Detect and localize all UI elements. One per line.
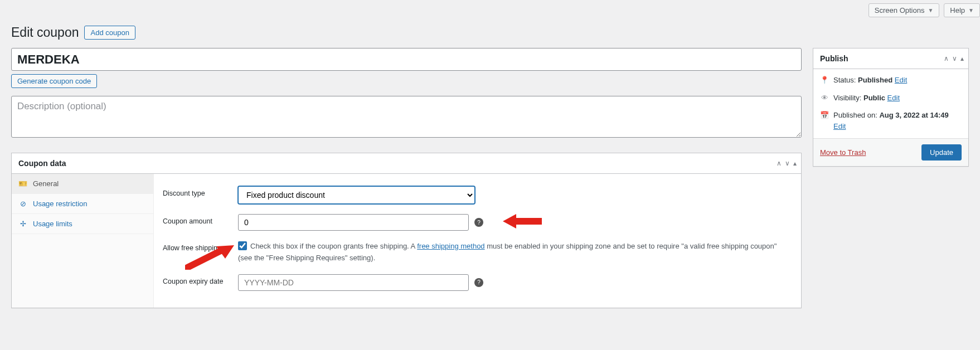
coupon-data-heading: Coupon data xyxy=(12,153,73,173)
chevron-down-icon: ▼ xyxy=(928,7,933,13)
panel-toggle-icon[interactable]: ▴ xyxy=(959,52,965,65)
visibility-edit-link[interactable]: Edit xyxy=(887,94,900,102)
expiry-date-label: Coupon expiry date xyxy=(163,274,238,285)
expiry-date-input[interactable] xyxy=(238,274,469,291)
free-shipping-label: Allow free shipping xyxy=(163,241,238,252)
panel-move-down-icon[interactable]: ∨ xyxy=(784,157,791,169)
panel-toggle-icon[interactable]: ▴ xyxy=(792,157,798,169)
help-label: Help xyxy=(950,6,965,14)
panel-move-up-icon[interactable]: ∧ xyxy=(943,52,950,65)
add-coupon-button[interactable]: Add coupon xyxy=(84,26,135,40)
tab-usage-limits-label: Usage limits xyxy=(33,220,72,228)
published-on-label: Published on: xyxy=(833,111,877,119)
help-icon[interactable]: ? xyxy=(474,278,483,287)
status-edit-link[interactable]: Edit xyxy=(895,76,907,84)
pin-icon: 📍 xyxy=(820,75,829,86)
tab-usage-restriction-label: Usage restriction xyxy=(33,200,88,208)
eye-icon: 👁 xyxy=(820,93,829,104)
chevron-down-icon: ▼ xyxy=(968,7,974,13)
tab-usage-limits[interactable]: ✢Usage limits xyxy=(12,214,153,234)
tab-general-label: General xyxy=(33,179,59,188)
help-icon[interactable]: ? xyxy=(474,218,483,227)
panel-move-up-icon[interactable]: ∧ xyxy=(775,157,783,169)
update-button[interactable]: Update xyxy=(921,144,962,161)
screen-options-label: Screen Options xyxy=(875,6,925,14)
tab-usage-restriction[interactable]: ⊘Usage restriction xyxy=(12,194,153,214)
published-on-edit-link[interactable]: Edit xyxy=(833,122,846,130)
page-title: Edit coupon xyxy=(11,25,79,40)
coupon-code-input[interactable] xyxy=(11,48,802,71)
calendar-icon: 📅 xyxy=(820,110,829,121)
free-shipping-checkbox[interactable] xyxy=(238,241,247,250)
generate-coupon-code-button[interactable]: Generate coupon code xyxy=(11,74,97,88)
panel-move-down-icon[interactable]: ∨ xyxy=(951,52,958,65)
ticket-icon: 🎫 xyxy=(18,179,27,188)
no-entry-icon: ⊘ xyxy=(18,200,27,208)
publish-heading: Publish xyxy=(813,48,855,69)
coupon-amount-label: Coupon amount xyxy=(163,214,238,225)
screen-options-toggle[interactable]: Screen Options▼ xyxy=(869,3,940,17)
move-to-trash-link[interactable]: Move to Trash xyxy=(820,148,866,157)
visibility-value: Public xyxy=(863,94,885,102)
published-on-value: Aug 3, 2022 at 14:49 xyxy=(879,111,948,119)
tab-general[interactable]: 🎫General xyxy=(12,174,153,194)
visibility-label: Visibility: xyxy=(833,94,861,102)
status-value: Published xyxy=(858,76,892,84)
annotation-arrow-icon xyxy=(503,212,542,231)
sliders-icon: ✢ xyxy=(18,220,27,228)
help-toggle[interactable]: Help▼ xyxy=(944,3,980,17)
status-label: Status: xyxy=(833,76,856,84)
discount-type-label: Discount type xyxy=(163,186,238,197)
coupon-amount-input[interactable] xyxy=(238,214,469,231)
free-shipping-method-link[interactable]: free shipping method xyxy=(417,242,484,250)
coupon-description-input[interactable] xyxy=(11,96,802,138)
discount-type-select[interactable]: Fixed product discount xyxy=(238,186,475,204)
free-shipping-desc-before: Check this box if the coupon grants free… xyxy=(250,242,417,250)
